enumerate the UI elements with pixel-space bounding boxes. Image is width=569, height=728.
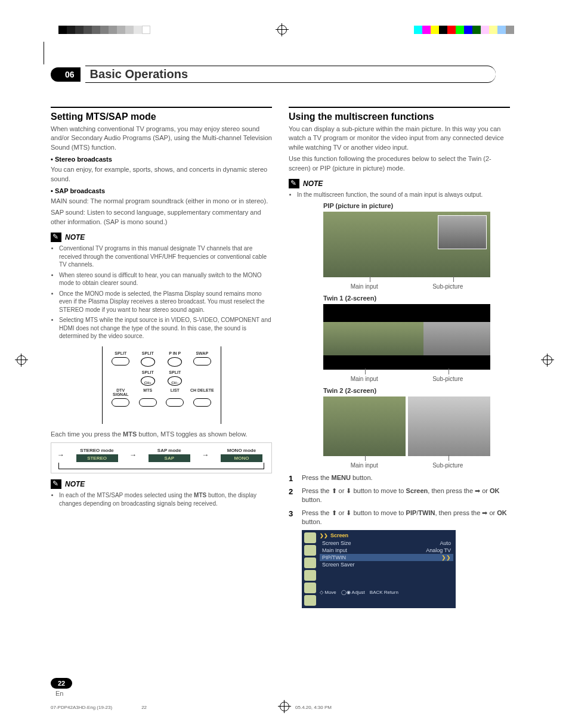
arrow-right-icon: ➡ [482,509,487,516]
caption-row: Main input Sub-picture [323,283,490,290]
toggle-intro: Each time you press the MTS button, MTS … [51,430,272,439]
note-item: Conventional TV programs in this manual … [59,244,272,269]
osd-row: Screen Saver [320,561,453,568]
gray-bar [58,26,150,34]
page-number-block: 22 En [51,678,72,697]
note-item: In each of the MTS/SAP modes selected us… [59,491,272,507]
remote-diagram: SPLITSPLITP IN PSWAP SPLITSPLIT CH+CH– D… [102,346,221,424]
caption-row: Main input Sub-picture [323,462,490,469]
page-language: En [55,690,72,697]
multiscreen-intro2: Use this function following the procedur… [289,154,510,173]
osd-title: Screen [320,532,453,538]
registration-mark-icon [277,25,287,35]
osd-row-selected: PIP/TWIN❯❯ [320,554,453,561]
note-label: NOTE [65,480,85,488]
note-header: NOTE [51,233,272,242]
sap-sap: SAP sound: Listen to second language, su… [51,208,272,227]
note-label: NOTE [303,179,323,188]
color-bar [414,26,514,34]
osd-sidebar [304,532,317,606]
page-number: 22 [51,678,72,689]
arrow-right-icon: → [129,451,137,459]
section-heading-mts: Setting MTS/SAP mode [51,111,272,122]
twin1-image [323,304,490,370]
print-marks-top [0,23,569,37]
procedure-steps: Press the MENU button. Press the ⬆ or ⬇ … [289,473,510,526]
twin1-title: Twin 1 (2-screen) [323,295,502,302]
arrow-right-icon: ➡ [475,487,480,494]
step-3: Press the ⬆ or ⬇ button to move to PIP/T… [289,509,510,527]
osd-footer: ◇ Move ◯◉ Adjust BACK Return [320,590,453,595]
left-column: Setting MTS/SAP mode When watching conve… [51,107,272,608]
step-1: Press the MENU button. [289,473,510,482]
pip-illustrations: PIP (picture in picture) Main input Sub-… [323,202,502,469]
chapter-header: 06 Basic Operations [51,66,510,83]
step-2: Press the ⬆ or ⬇ button to move to Scree… [289,487,510,505]
print-marks-bottom [0,702,569,711]
osd-screenshot: Screen Screen SizeAuto Main InputAnalog … [302,530,456,608]
stereo-body: You can enjoy, for example, sports, show… [51,165,272,184]
stereo-heading: Stereo broadcasts [51,156,272,163]
osd-row: Screen SizeAuto [320,540,453,547]
registration-mark-icon [280,702,289,711]
multiscreen-intro1: You can display a sub-picture within the… [289,125,510,152]
note-item: Selecting MTS while the input source is … [59,316,272,340]
pip-image [323,212,490,277]
registration-mark-icon [17,355,26,365]
registration-mark-icon [543,355,552,365]
pencil-icon [289,179,299,188]
arrow-up-icon: ⬆ [332,487,337,494]
notes-list-2: In each of the MTS/SAP modes selected us… [51,491,272,507]
sap-main: MAIN sound: The normal program soundtrac… [51,197,272,206]
note-item: Once the MONO mode is selected, the Plas… [59,290,272,314]
chapter-title: Basic Operations [85,66,496,83]
pip-title: PIP (picture in picture) [323,202,502,209]
notes-list-1: Conventional TV programs in this manual … [51,244,272,340]
chapter-number: 06 [51,67,81,82]
sap-heading: SAP broadcasts [51,187,272,194]
note-header: NOTE [289,179,510,188]
section-heading-multiscreen: Using the multiscreen functions [289,111,510,122]
arrow-right-icon: → [57,451,64,459]
page: 06 Basic Operations Setting MTS/SAP mode… [0,0,569,728]
notes-list-multiscreen: In the multiscreen function, the sound o… [289,191,510,199]
arrow-right-icon: → [202,451,209,459]
mts-intro: When watching conventional TV programs, … [51,125,272,152]
note-item: In the multiscreen function, the sound o… [297,191,510,199]
toggle-diagram: → STEREO modeSTEREO → SAP modeSAP → MONO… [51,442,272,473]
pencil-icon [51,233,61,242]
note-header: NOTE [51,479,272,489]
caption-row: Main input Sub-picture [323,376,490,382]
twin2-image [323,396,490,456]
note-label: NOTE [65,233,85,241]
arrow-up-icon: ⬆ [332,509,337,516]
pencil-icon [51,479,61,489]
twin2-title: Twin 2 (2-screen) [323,387,502,394]
note-item: When stereo sound is difficult to hear, … [59,271,272,287]
osd-row: Main InputAnalog TV [320,547,453,554]
content-area: 06 Basic Operations Setting MTS/SAP mode… [51,66,510,608]
right-column: Using the multiscreen functions You can … [289,107,510,608]
